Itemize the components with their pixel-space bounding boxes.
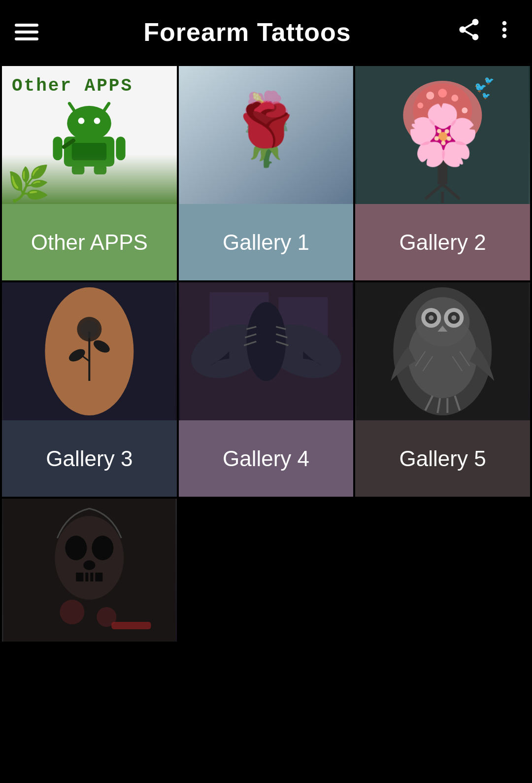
more-options-button[interactable] [492,17,517,48]
gallery2-label: Gallery 2 [355,204,530,280]
svg-text:🌺: 🌺 [241,88,291,135]
share-button[interactable] [456,17,482,48]
gallery5-label: Gallery 5 [355,420,530,497]
svg-point-79 [60,600,84,624]
plant-icon: 🌿 [7,164,50,204]
gallery4-svg [179,282,354,420]
svg-point-3 [78,118,85,124]
gallery3-label: Gallery 3 [2,420,177,497]
svg-rect-81 [111,622,151,629]
svg-point-60 [452,315,457,320]
svg-rect-19 [438,145,448,184]
svg-point-24 [427,92,434,100]
gallery1-svg: 🌹 🌺 [179,66,354,204]
app-title: Forearm Tattoos [143,17,351,47]
other-apps-label: Other APPS [2,204,177,280]
gallery1-label: Gallery 1 [179,204,354,280]
gallery5-image [355,282,530,420]
gallery4-item[interactable]: Gallery 4 [179,282,354,497]
gallery5-svg [355,282,530,420]
gallery6-image [2,499,177,642]
svg-point-25 [438,89,447,98]
svg-point-36 [80,320,98,338]
gallery1-image: 🌹 🌺 [179,66,354,204]
app-header: Forearm Tattoos [0,0,532,64]
gallery3-item[interactable]: Gallery 3 [2,282,177,497]
svg-point-23 [418,102,424,108]
gallery6-svg [2,499,177,642]
gallery4-label: Gallery 4 [179,420,354,497]
menu-button[interactable] [15,24,38,40]
svg-point-4 [94,118,100,124]
gallery2-svg: 🐦 🐦 🐦 [355,66,530,204]
gallery1-item[interactable]: 🌹 🌺 Gallery 1 [179,66,354,280]
svg-text:🌹: 🌹 [235,99,297,157]
svg-point-2 [67,106,112,140]
svg-rect-13 [180,66,352,204]
svg-point-26 [452,95,459,102]
svg-point-72 [65,536,87,560]
svg-point-74 [83,560,95,570]
svg-point-59 [429,315,434,320]
gallery5-item[interactable]: Gallery 5 [355,282,530,497]
other-apps-item[interactable]: Other APPS [2,66,177,280]
other-apps-image: Other APPS [2,66,177,204]
svg-point-44 [246,302,286,381]
gallery-grid: Other APPS [0,64,532,644]
other-apps-image-text: Other APPS [12,76,133,96]
svg-point-71 [55,516,124,600]
gallery2-image: 🐦 🐦 🐦 [355,66,530,204]
svg-text:🐦: 🐦 [485,76,495,85]
gallery4-image [179,282,354,420]
gallery6-item[interactable] [2,499,177,642]
svg-point-73 [92,536,113,560]
gallery3-svg [2,282,177,420]
svg-text:🐦: 🐦 [482,92,491,100]
gallery3-image [2,282,177,420]
header-actions [456,17,517,48]
svg-point-27 [462,107,468,113]
gallery2-item[interactable]: 🐦 🐦 🐦 Gallery 2 [355,66,530,280]
